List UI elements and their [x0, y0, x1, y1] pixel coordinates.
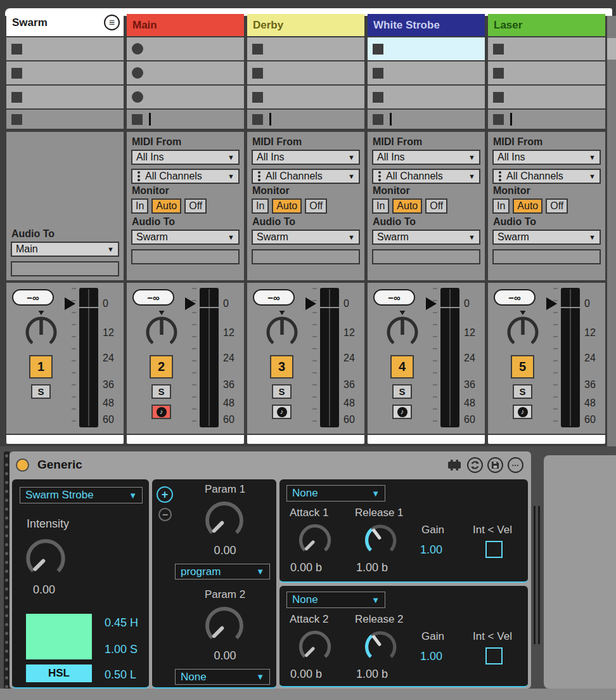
- intvel1-checkbox[interactable]: [485, 541, 503, 558]
- track-activator[interactable]: 4: [390, 355, 414, 379]
- midi-input-select[interactable]: All Ins▼: [372, 150, 480, 165]
- env1-target-select[interactable]: None▼: [286, 485, 385, 502]
- add-param-button[interactable]: +: [157, 486, 173, 503]
- clip-slot-selected[interactable]: [368, 37, 485, 60]
- volume-display[interactable]: −∞: [253, 289, 295, 306]
- monitor-in-button[interactable]: In: [492, 198, 510, 214]
- pan-knob[interactable]: [384, 309, 421, 353]
- arm-button[interactable]: ♪: [272, 405, 292, 419]
- monitor-auto-button[interactable]: Auto: [272, 198, 302, 214]
- clip-slot[interactable]: [6, 62, 124, 84]
- audio-to-select[interactable]: Swarm▼: [131, 230, 240, 245]
- solo-button[interactable]: S: [513, 384, 532, 399]
- audio-to-select[interactable]: Swarm▼: [492, 230, 601, 245]
- param1-target-select[interactable]: program▼: [175, 564, 270, 580]
- clip-stop-icon[interactable]: [11, 68, 22, 79]
- more-options-icon[interactable]: •••: [508, 457, 523, 473]
- param2-knob[interactable]: [202, 603, 247, 649]
- scrollbar-thumb[interactable]: [607, 38, 616, 60]
- clip-slot[interactable]: [247, 37, 364, 60]
- clip-record-icon[interactable]: [132, 67, 143, 79]
- clip-slot[interactable]: [488, 37, 605, 60]
- volume-display[interactable]: −∞: [12, 289, 54, 306]
- midi-input-select[interactable]: All Ins▼: [131, 150, 240, 165]
- pan-knob[interactable]: [504, 309, 541, 353]
- monitor-in-button[interactable]: In: [372, 198, 389, 214]
- attack1-value[interactable]: 0.00 b: [290, 561, 322, 574]
- param2-target-select[interactable]: None▼: [175, 669, 270, 685]
- solo-button[interactable]: S: [392, 384, 412, 399]
- clip-stop-icon[interactable]: [373, 68, 383, 79]
- routing-empty-box[interactable]: [372, 249, 480, 264]
- clip-slot[interactable]: [6, 86, 124, 108]
- lightness-value[interactable]: 0.50 L: [105, 668, 136, 682]
- intensity-knob[interactable]: [22, 535, 69, 582]
- monitor-off-button[interactable]: Off: [305, 198, 327, 214]
- clip-slot[interactable]: [488, 62, 605, 84]
- vertical-scrollbar[interactable]: [607, 16, 616, 446]
- clip-stop-icon[interactable]: [493, 114, 504, 125]
- pan-knob[interactable]: [143, 309, 180, 353]
- midi-channel-select[interactable]: All Channels▼: [252, 169, 360, 184]
- volume-display[interactable]: −∞: [373, 289, 415, 306]
- param2-value[interactable]: 0.00: [177, 649, 273, 663]
- gain2-value[interactable]: 1.00: [420, 650, 442, 663]
- clip-stop-icon[interactable]: [252, 92, 263, 103]
- hsl-button[interactable]: HSL: [26, 664, 92, 682]
- preset-select[interactable]: Swarm Strobe▼: [20, 487, 143, 503]
- track-activator[interactable]: 1: [29, 355, 53, 379]
- audio-to-select[interactable]: Main▼: [11, 242, 119, 257]
- clip-slot[interactable]: [247, 110, 364, 129]
- release1-value[interactable]: 1.00 b: [356, 561, 388, 574]
- clip-slot[interactable]: [368, 110, 485, 129]
- hot-swap-icon[interactable]: [467, 457, 483, 473]
- clip-slot[interactable]: [368, 62, 485, 84]
- routing-empty-box[interactable]: [252, 249, 360, 264]
- pan-knob[interactable]: [264, 309, 300, 353]
- clip-slot[interactable]: [488, 110, 605, 129]
- clip-stop-icon[interactable]: [373, 92, 383, 103]
- clip-stop-icon[interactable]: [493, 68, 504, 79]
- env2-target-select[interactable]: None▼: [286, 592, 385, 608]
- track-header[interactable]: Main: [127, 14, 244, 36]
- monitor-auto-button[interactable]: Auto: [151, 198, 181, 214]
- clip-stop-icon[interactable]: [252, 44, 263, 55]
- clip-stop-icon[interactable]: [11, 44, 22, 55]
- clip-slot[interactable]: [127, 62, 244, 84]
- save-preset-icon[interactable]: [487, 457, 503, 473]
- arm-button[interactable]: ♪: [392, 405, 412, 419]
- solo-button[interactable]: S: [151, 384, 171, 399]
- routing-empty-box[interactable]: [492, 249, 601, 264]
- clip-stop-icon[interactable]: [252, 68, 263, 79]
- midi-input-select[interactable]: All Ins▼: [252, 150, 360, 165]
- track-menu-icon[interactable]: ≡: [104, 15, 120, 30]
- track-header[interactable]: White Strobe: [368, 14, 485, 36]
- attack2-knob[interactable]: [296, 628, 334, 666]
- clip-slot[interactable]: [6, 37, 124, 60]
- monitor-in-button[interactable]: In: [252, 198, 269, 214]
- attack2-value[interactable]: 0.00 b: [290, 668, 322, 681]
- panel-resize-handle[interactable]: [534, 506, 540, 644]
- clip-slot[interactable]: [368, 86, 485, 108]
- solo-button[interactable]: S: [31, 384, 51, 399]
- clip-stop-icon[interactable]: [373, 44, 383, 55]
- intensity-value[interactable]: 0.00: [33, 583, 55, 597]
- clip-stop-icon[interactable]: [252, 114, 263, 125]
- clip-stop-icon[interactable]: [493, 44, 504, 55]
- clip-record-icon[interactable]: [132, 43, 143, 55]
- track-activator[interactable]: 3: [270, 355, 293, 379]
- monitor-auto-button[interactable]: Auto: [513, 198, 542, 214]
- track-header[interactable]: Derby: [247, 14, 364, 36]
- clip-stop-icon[interactable]: [11, 92, 22, 103]
- clip-stop-icon[interactable]: [132, 114, 143, 125]
- track-activator[interactable]: 5: [511, 355, 534, 379]
- track-header[interactable]: Laser: [488, 14, 605, 36]
- solo-button[interactable]: S: [272, 384, 292, 399]
- device-power-icon[interactable]: [16, 458, 29, 472]
- release1-knob[interactable]: [362, 521, 400, 559]
- routing-empty-box[interactable]: [131, 249, 240, 264]
- clip-slot[interactable]: [488, 86, 605, 108]
- clip-slot[interactable]: [247, 62, 364, 84]
- remove-param-button[interactable]: −: [158, 508, 172, 521]
- clip-stop-icon[interactable]: [11, 114, 22, 125]
